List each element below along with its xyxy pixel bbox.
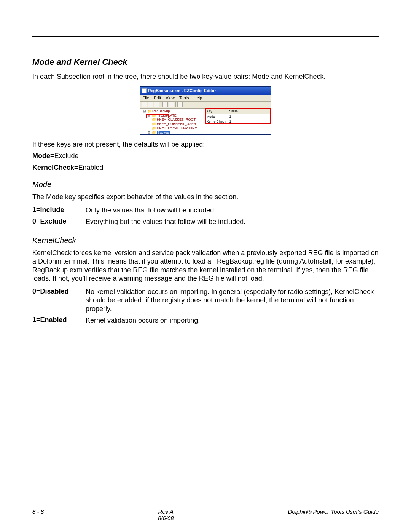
mode-default-value: Exclude bbox=[54, 152, 79, 160]
window-titlebar: RegBackup.exm - EZConfig Editor bbox=[140, 87, 271, 95]
kernel-key: 1=Enabled bbox=[32, 315, 86, 326]
footer-revision: Rev A bbox=[158, 508, 174, 515]
toolbar-tool5-icon[interactable] bbox=[169, 102, 174, 107]
tree-node[interactable]: HKEY_CLASSES_ROOT bbox=[157, 118, 196, 121]
mode-val: Everything but the values that follow wi… bbox=[86, 216, 245, 228]
grid-pane: Key Value Mode 1 KernelCheck 1 bbox=[205, 109, 271, 134]
menu-edit[interactable]: Edit bbox=[154, 96, 161, 100]
table-row: 0=Disabled No kernel validation occurs o… bbox=[32, 286, 379, 315]
tree-node[interactable]: RegBackup bbox=[152, 109, 170, 113]
para-defaults-intro: If these keys are not present, the defau… bbox=[32, 140, 379, 149]
para-intro: In each Subsection root in the tree, the… bbox=[32, 72, 379, 81]
window: RegBackup.exm - EZConfig Editor File Edi… bbox=[140, 86, 271, 135]
toolbar-tool6-icon[interactable] bbox=[177, 102, 183, 107]
mode-val: Only the values that follow will be incl… bbox=[86, 204, 245, 216]
toolbar-separator bbox=[161, 102, 161, 107]
toolbar-save-icon[interactable] bbox=[154, 102, 159, 107]
app-icon bbox=[142, 88, 147, 93]
footer-page-number: 8 - 8 bbox=[32, 508, 44, 522]
grid-cell-key: KernelCheck bbox=[205, 119, 228, 124]
kernel-val: Kernel validation occurs on importing. bbox=[86, 315, 379, 326]
default-kernel: KernelCheck=Enabled bbox=[32, 163, 379, 172]
kernel-table: 0=Disabled No kernel validation occurs o… bbox=[32, 286, 379, 326]
mode-table: 1=Include Only the values that follow wi… bbox=[32, 204, 245, 228]
tree-node[interactable]: HKEY_CURRENT_USER bbox=[157, 122, 196, 126]
table-row: 0=Exclude Everything but the values that… bbox=[32, 216, 245, 228]
grid-row[interactable]: KernelCheck 1 bbox=[205, 119, 271, 124]
kernel-label: KernelCheck= bbox=[32, 164, 78, 171]
para-mode-desc: The Mode key specifies export behavior o… bbox=[32, 193, 379, 201]
grid-header: Key Value bbox=[205, 109, 271, 114]
menubar: File Edit View Tools Help bbox=[140, 95, 271, 102]
footer-center: Rev A 8/6/08 bbox=[158, 508, 174, 522]
grid-cell-value: 1 bbox=[228, 114, 271, 119]
heading-kernel: KernelCheck bbox=[32, 236, 379, 245]
page-content: Mode and Kernel Check In each Subsection… bbox=[32, 57, 379, 326]
heading-mode: Mode bbox=[32, 180, 379, 189]
footer-guide-title: Dolphin® Power Tools User's Guide bbox=[288, 508, 379, 522]
footer-date: 8/6/08 bbox=[158, 515, 174, 521]
toolbar-new-icon[interactable] bbox=[142, 102, 147, 107]
toolbar-separator bbox=[175, 102, 176, 107]
kernel-key: 0=Disabled bbox=[32, 286, 86, 315]
mode-label: Mode= bbox=[32, 152, 54, 160]
mode-key: 0=Exclude bbox=[32, 216, 86, 228]
heading-main: Mode and Kernel Check bbox=[32, 57, 379, 67]
toolbar-tool4-icon[interactable] bbox=[162, 102, 168, 107]
menu-view[interactable]: View bbox=[166, 96, 175, 100]
page-footer: 8 - 8 Rev A 8/6/08 Dolphin® Power Tools … bbox=[32, 508, 379, 522]
embedded-screenshot: RegBackup.exm - EZConfig Editor File Edi… bbox=[140, 86, 271, 135]
mode-key: 1=Include bbox=[32, 204, 86, 216]
toolbar-open-icon[interactable] bbox=[148, 102, 153, 107]
tree-pane[interactable]: ⊟📁 RegBackup ⊟📁 _TEMPLATE_ 📁 HKEY_CLASSE… bbox=[140, 109, 205, 134]
default-mode: Mode=Exclude bbox=[32, 152, 379, 160]
table-row: 1=Include Only the values that follow wi… bbox=[32, 204, 245, 216]
window-title: RegBackup.exm - EZConfig Editor bbox=[148, 88, 216, 93]
kernel-default-value: Enabled bbox=[78, 164, 104, 171]
kernel-val: No kernel validation occurs on importing… bbox=[86, 286, 379, 315]
page-top-rule bbox=[32, 36, 379, 37]
toolbar bbox=[140, 102, 271, 109]
grid-row[interactable]: Mode 1 bbox=[205, 114, 271, 119]
menu-help[interactable]: Help bbox=[194, 96, 202, 100]
menu-file[interactable]: File bbox=[143, 96, 150, 100]
grid-cell-key: Mode bbox=[205, 114, 228, 119]
table-row: 1=Enabled Kernel validation occurs on im… bbox=[32, 315, 379, 326]
tree-node[interactable]: HKEY_LOCAL_MACHINE bbox=[157, 126, 197, 130]
window-body: ⊟📁 RegBackup ⊟📁 _TEMPLATE_ 📁 HKEY_CLASSE… bbox=[140, 109, 271, 134]
para-kernel-desc: KernelCheck forces kernel version and se… bbox=[32, 249, 379, 283]
grid-cell-value: 1 bbox=[228, 119, 271, 124]
tree-node[interactable]: _TEMPLATE_ bbox=[157, 113, 178, 117]
menu-tools[interactable]: Tools bbox=[179, 96, 189, 100]
tree-node-selected[interactable]: Backup bbox=[157, 131, 170, 134]
grid-header-value[interactable]: Value bbox=[228, 109, 271, 114]
grid-header-key[interactable]: Key bbox=[205, 109, 228, 114]
